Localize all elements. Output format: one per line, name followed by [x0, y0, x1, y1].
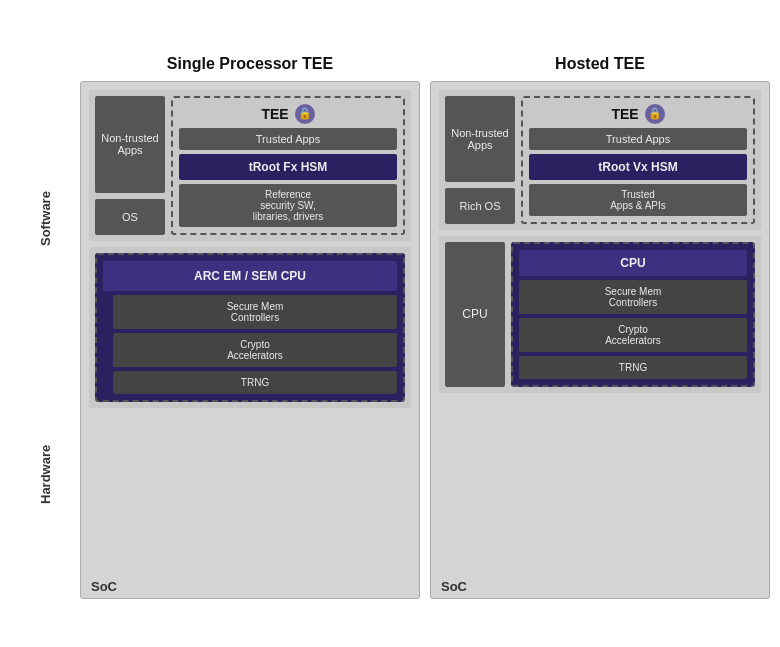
side-labels: Software Hardware	[10, 49, 80, 599]
hosted-software-area: Non-trusted Apps Rich OS TEE 🔒	[439, 90, 761, 230]
hardware-label: Hardware	[10, 349, 80, 599]
secure-mem-left: Secure Mem Controllers	[113, 295, 397, 329]
hosted-left-sw-col: Non-trusted Apps Rich OS	[445, 96, 515, 224]
non-trusted-apps-box: Non-trusted Apps	[95, 96, 165, 193]
hosted-os-box: Rich OS	[445, 188, 515, 224]
hosted-crypto: Crypto Accelerators	[519, 318, 747, 352]
hosted-tee-title: Hosted TEE	[430, 49, 770, 81]
tee-header-left: TEE 🔒	[179, 104, 397, 124]
lock-icon-left: 🔒	[295, 104, 315, 124]
os-box: OS	[95, 199, 165, 235]
hosted-secure-mem: Secure Mem Controllers	[519, 280, 747, 314]
tee-header-right: TEE 🔒	[529, 104, 747, 124]
trusted-apps-right: Trusted Apps	[529, 128, 747, 150]
software-label: Software	[10, 89, 80, 349]
tee-title-left: TEE	[261, 106, 288, 122]
soc-label-left: SoC	[91, 579, 117, 594]
tee-sw-box-left: TEE 🔒 Trusted Apps tRoot Fx HSM Referenc…	[171, 96, 405, 235]
hw-inner-boxes-left: Secure Mem Controllers Crypto Accelerato…	[113, 295, 397, 394]
arc-cpu-box: ARC EM / SEM CPU	[103, 261, 397, 291]
hosted-trng: TRNG	[519, 356, 747, 379]
trusted-apps-apis-right: Trusted Apps & APIs	[529, 184, 747, 216]
hosted-non-trusted-apps: Non-trusted Apps	[445, 96, 515, 182]
single-processor-title: Single Processor TEE	[80, 49, 420, 81]
troot-left: tRoot Fx HSM	[179, 154, 397, 180]
troot-right: tRoot Vx HSM	[529, 154, 747, 180]
trng-left: TRNG	[113, 371, 397, 394]
tee-hw-box-right: CPU Secure Mem Controllers Crypto Accele…	[511, 242, 755, 387]
hosted-tee-soc: Non-trusted Apps Rich OS TEE 🔒	[430, 81, 770, 599]
hosted-tee-diagram: Hosted TEE Non-trusted Apps Rich OS	[430, 49, 770, 599]
single-processor-software-area: Non-trusted Apps OS TEE 🔒 Trust	[89, 90, 411, 241]
single-processor-hardware-area: ARC EM / SEM CPU Secure Mem Controllers …	[89, 247, 411, 408]
crypto-left: Crypto Accelerators	[113, 333, 397, 367]
cpu-small-left: CPU	[445, 242, 505, 387]
trusted-apps-left: Trusted Apps	[179, 128, 397, 150]
ref-sw-left: Reference security SW, libraries, driver…	[179, 184, 397, 227]
cpu-right-box: CPU	[519, 250, 747, 276]
soc-label-right: SoC	[441, 579, 467, 594]
diagrams-container: Single Processor TEE Non-trusted Apps OS	[80, 49, 770, 599]
single-processor-tee-diagram: Single Processor TEE Non-trusted Apps OS	[80, 49, 420, 599]
left-sw-col: Non-trusted Apps OS	[95, 96, 165, 235]
tee-sw-box-right: TEE 🔒 Trusted Apps tRoot Vx HSM Trusted …	[521, 96, 755, 224]
tee-hw-box-left: ARC EM / SEM CPU Secure Mem Controllers …	[95, 253, 405, 402]
main-container: Software Hardware Single Processor TEE N…	[10, 49, 770, 599]
tee-title-right: TEE	[611, 106, 638, 122]
single-processor-soc: Non-trusted Apps OS TEE 🔒 Trust	[80, 81, 420, 599]
hosted-hardware-area: CPU CPU Secure Mem Controllers Crypto Ac…	[439, 236, 761, 393]
lock-icon-right: 🔒	[645, 104, 665, 124]
